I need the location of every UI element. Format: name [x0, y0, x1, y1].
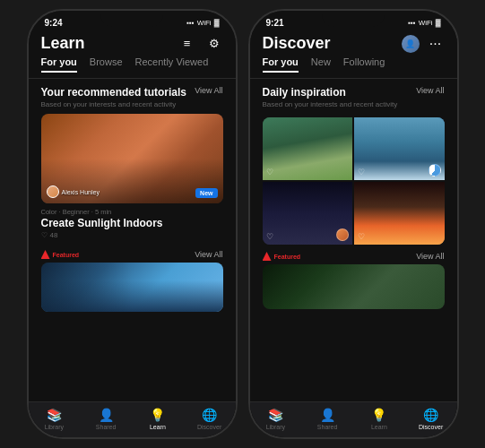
daily-header: Daily inspiration View All	[263, 86, 445, 99]
grid-item-cliff[interactable]: ♡	[263, 117, 353, 180]
heart-icon-2: ♡	[358, 168, 365, 177]
nav-discover-label: Discover	[197, 424, 221, 430]
discover-nav-learn-label: Learn	[371, 424, 387, 430]
discover-shared-icon: 👤	[319, 408, 335, 422]
heart-icon: ♡	[41, 231, 48, 239]
discover-learn-icon: 💡	[371, 408, 387, 422]
inspiration-grid: ♡ ♡ ♡ ♡	[263, 117, 445, 245]
discover-icon: 🌐	[202, 408, 218, 422]
discover-status-time: 9:21	[266, 18, 284, 28]
discover-header-icons: 👤 ···	[402, 35, 445, 53]
more-icon[interactable]: ···	[427, 35, 445, 53]
signal-icon: ▪▪▪	[186, 19, 195, 27]
featured-label: Featured	[53, 252, 80, 258]
user-avatar[interactable]: 👤	[402, 35, 420, 53]
learn-title: Learn	[41, 34, 85, 53]
grid-item-ocean[interactable]: ♡	[354, 117, 445, 180]
featured-view-all[interactable]: View All	[195, 250, 222, 259]
daily-view-all[interactable]: View All	[416, 86, 444, 95]
learn-featured-section: Featured View All	[29, 245, 236, 315]
discover-content: Daily inspiration View All Based on your…	[250, 79, 457, 401]
featured-image	[41, 263, 223, 312]
discover-screen: Discover 👤 ··· For you New Following Dai…	[250, 30, 457, 437]
tutorial-meta-info: Color · Beginner · 5 min	[41, 208, 223, 216]
heart-icon-1: ♡	[266, 168, 273, 177]
tab-for-you[interactable]: For you	[41, 56, 77, 73]
heart-icon-4: ♡	[358, 232, 365, 241]
daily-section: Daily inspiration View All Based on your…	[250, 79, 457, 117]
adobe-logo-icon	[41, 250, 50, 259]
nav-discover[interactable]: 🌐 Discover	[184, 408, 236, 430]
user-dot-1	[336, 228, 349, 241]
daily-subtitle: Based on your interests and recent activ…	[263, 100, 445, 108]
discover-featured-label: Featured	[274, 254, 301, 260]
discover-nav-shared-label: Shared	[317, 424, 338, 430]
status-icons: ▪▪▪ WiFi ▓	[186, 19, 219, 27]
nav-learn[interactable]: 💡 Learn	[132, 408, 184, 430]
grid-item-city[interactable]: ♡	[263, 182, 353, 245]
tab-browse[interactable]: Browse	[90, 56, 123, 73]
recommended-view-all[interactable]: View All	[195, 86, 222, 95]
daily-title: Daily inspiration	[263, 86, 346, 99]
new-badge: New	[195, 188, 217, 198]
discover-header: Discover 👤 ···	[250, 30, 457, 56]
discover-notch	[322, 11, 385, 27]
discover-title: Discover	[263, 34, 331, 53]
learn-screen: Learn ≡ ⚙ For you Browse Recently Viewed…	[29, 30, 236, 437]
learn-tabs: For you Browse Recently Viewed	[29, 56, 236, 79]
discover-featured-view-all[interactable]: View All	[416, 252, 444, 261]
creator-chip: Alexis Hunley	[47, 185, 100, 198]
status-time: 9:24	[45, 18, 63, 28]
discover-wifi-icon: WiFi	[419, 19, 433, 27]
menu-icon[interactable]: ≡	[178, 35, 196, 53]
notch	[100, 11, 163, 27]
wifi-icon: WiFi	[197, 19, 212, 27]
heart-icon-3: ♡	[266, 232, 273, 241]
tutorial-hero-image: Alexis Hunley New	[41, 114, 223, 203]
discover-status-icons: ▪▪▪ WiFi ▓	[408, 19, 440, 27]
tutorial-likes: ♡ 48	[41, 231, 223, 239]
shared-icon: 👤	[98, 408, 114, 422]
tutorial-meta: Color · Beginner · 5 min Create Sunlight…	[41, 203, 223, 241]
discover-adobe-logo-icon	[263, 252, 272, 261]
discover-nav-library[interactable]: 📚 Library	[250, 408, 302, 430]
discover-phone: 9:21 ▪▪▪ WiFi ▓ Discover 👤 ··· For you N…	[248, 9, 459, 439]
discover-library-icon: 📚	[267, 408, 283, 422]
learn-icon: 💡	[150, 408, 166, 422]
discover-nav-discover[interactable]: 🌐 Discover	[405, 408, 457, 430]
discover-discover-icon: 🌐	[423, 408, 439, 422]
adobe-badge: Featured	[41, 250, 80, 259]
tab-recently-viewed[interactable]: Recently Viewed	[135, 56, 209, 73]
header-icons: ≡ ⚙	[178, 35, 223, 53]
discover-featured-image	[263, 264, 445, 309]
creator-name: Alexis Hunley	[62, 189, 100, 195]
progress-circle	[429, 164, 441, 177]
discover-signal-icon: ▪▪▪	[408, 19, 416, 27]
discover-nav-learn[interactable]: 💡 Learn	[353, 408, 405, 430]
discover-featured-section: Featured View All	[250, 248, 457, 313]
nav-shared[interactable]: 👤 Shared	[80, 408, 132, 430]
nav-learn-label: Learn	[150, 424, 166, 430]
nav-shared-label: Shared	[96, 424, 117, 430]
learn-content: Your recommended tutorials View All Base…	[29, 79, 236, 401]
discover-nav-shared[interactable]: 👤 Shared	[301, 408, 353, 430]
discover-adobe-badge: Featured	[263, 252, 301, 261]
discover-tab-following[interactable]: Following	[343, 56, 385, 73]
avatar-image: 👤	[405, 39, 415, 48]
discover-tab-for-you[interactable]: For you	[263, 56, 299, 73]
learn-header: Learn ≡ ⚙	[29, 30, 236, 56]
nav-library[interactable]: 📚 Library	[29, 408, 81, 430]
grid-item-sunset[interactable]: ♡	[354, 182, 445, 245]
library-icon: 📚	[46, 408, 62, 422]
tutorial-title: Create Sunlight Indoors	[41, 217, 223, 229]
discover-tab-new[interactable]: New	[311, 56, 331, 73]
learn-phone: 9:24 ▪▪▪ WiFi ▓ Learn ≡ ⚙ For you Browse…	[27, 9, 238, 439]
learn-bottom-nav: 📚 Library 👤 Shared 💡 Learn 🌐 Discover	[29, 401, 236, 437]
learn-featured-header: Featured View All	[41, 250, 223, 261]
discover-bottom-nav: 📚 Library 👤 Shared 💡 Learn 🌐 Discover	[250, 401, 457, 437]
likes-count: 48	[50, 231, 58, 239]
gear-icon[interactable]: ⚙	[205, 35, 223, 53]
discover-tabs: For you New Following	[250, 56, 457, 79]
battery-icon: ▓	[214, 19, 220, 27]
recommended-title: Your recommended tutorials	[41, 86, 186, 99]
